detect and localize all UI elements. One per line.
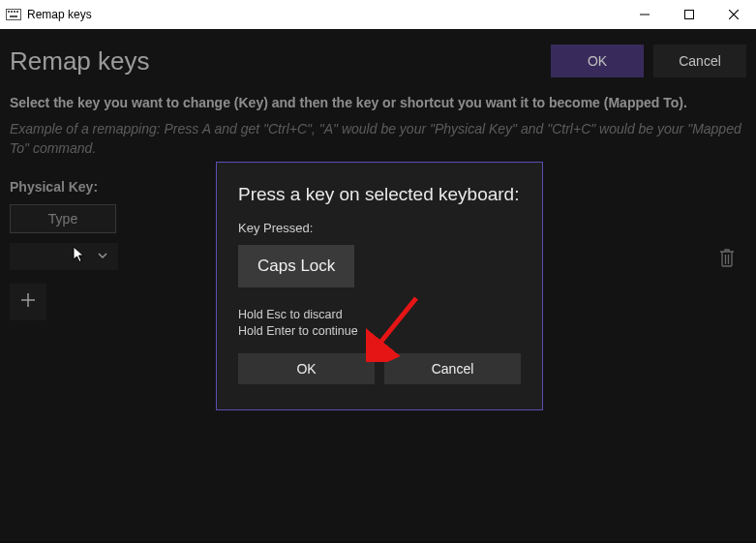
type-key-button[interactable]: Type	[10, 204, 116, 233]
svg-rect-1	[8, 11, 10, 13]
modal-ok-button[interactable]: OK	[238, 353, 375, 384]
header-row: Remap keys OK Cancel	[10, 37, 746, 95]
svg-rect-2	[11, 11, 13, 13]
add-mapping-button[interactable]	[10, 284, 46, 320]
svg-rect-3	[14, 11, 15, 13]
chevron-down-icon	[97, 248, 108, 265]
svg-rect-7	[685, 11, 694, 19]
key-pressed-label: Key Pressed:	[238, 221, 521, 235]
window-title: Remap keys	[27, 8, 92, 21]
window-minimize-button[interactable]	[622, 0, 667, 29]
window-close-button[interactable]	[711, 0, 756, 29]
app-icon	[6, 9, 21, 20]
cancel-button[interactable]: Cancel	[653, 45, 746, 77]
modal-hint: Hold Esc to discard Hold Enter to contin…	[238, 307, 521, 340]
modal-title: Press a key on selected keyboard:	[238, 184, 521, 205]
instruction-text: Select the key you want to change (Key) …	[10, 95, 746, 110]
page-title: Remap keys	[10, 46, 551, 76]
window-maximize-button[interactable]	[667, 0, 711, 29]
pressed-key-chip: Caps Lock	[238, 245, 354, 287]
physical-key-column: Type	[10, 204, 118, 270]
example-text: Example of a remapping: Press A and get …	[10, 120, 746, 158]
window-titlebar: Remap keys	[0, 0, 756, 29]
physical-key-select[interactable]	[10, 243, 118, 270]
hint-line-1: Hold Esc to discard	[238, 307, 521, 323]
hint-line-2: Hold Enter to continue	[238, 323, 521, 340]
ok-button[interactable]: OK	[551, 45, 644, 77]
modal-cancel-button[interactable]: Cancel	[384, 353, 521, 384]
svg-rect-5	[10, 15, 17, 17]
svg-rect-4	[16, 11, 18, 13]
delete-mapping-button[interactable]	[717, 247, 737, 272]
plus-icon	[20, 292, 36, 312]
trash-icon	[717, 255, 737, 271]
key-press-modal: Press a key on selected keyboard: Key Pr…	[216, 162, 543, 410]
modal-button-row: OK Cancel	[238, 353, 521, 384]
